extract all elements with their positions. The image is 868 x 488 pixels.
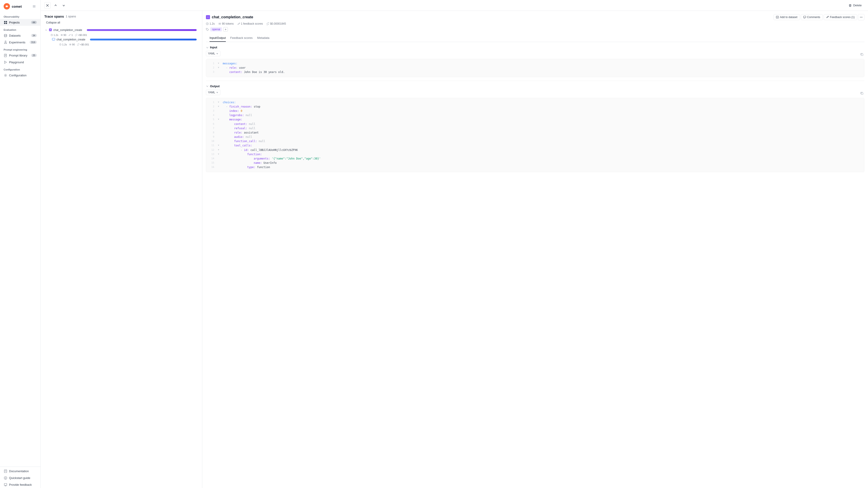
link-meta-icon [267, 22, 269, 25]
delete-button[interactable]: Delete [846, 2, 864, 8]
hash-icon [69, 43, 71, 46]
clock-meta-icon [206, 22, 209, 25]
yaml-format-selector-output[interactable]: YAML [206, 90, 220, 95]
openai-tag[interactable]: openai [210, 27, 222, 31]
sidebar-collapse-button[interactable] [31, 4, 37, 9]
out-line-8: 8 role: assistant [209, 131, 862, 135]
svg-rect-30 [804, 16, 806, 18]
out-line-13: 13 v function: [209, 152, 862, 157]
sidebar-item-projects[interactable]: Projects 44 [0, 19, 40, 26]
app-name: comet [12, 4, 22, 8]
svg-point-9 [4, 34, 7, 35]
add-tag-button[interactable]: + [223, 27, 228, 32]
out-line-5: 5 v message: [209, 118, 862, 122]
trace-list: chat_completion_create 1.2s [41, 27, 202, 488]
copy-input-button[interactable] [860, 52, 864, 57]
sidebar-item-playground-label: Playground [9, 61, 24, 64]
sidebar-item-playground[interactable]: Playground [0, 59, 40, 66]
detail-meta-row: 1.2s 90 tokens 1 feedback scores $0.0000… [206, 22, 864, 25]
sidebar-item-experiments-label: Experiments [9, 41, 25, 44]
meta-cost: $0.00001845 [267, 22, 286, 25]
chat-span-icon [52, 38, 56, 41]
add-to-dataset-button[interactable]: Add to dataset [774, 14, 800, 20]
projects-badge: 44 [31, 21, 37, 24]
detail-tabs: Input/Output Feedback scores Metadata [206, 34, 864, 42]
meta-feedback-value: 1 feedback scores [241, 22, 263, 25]
link-icon [77, 43, 79, 46]
sidebar-item-prompt-library[interactable]: Prompt library 25 [0, 52, 40, 59]
parent-trace-bar [87, 29, 197, 31]
trace-panel: Trace spans 1 spans Collapse all [41, 11, 202, 488]
more-options-button[interactable] [858, 14, 864, 20]
doc-icon [4, 469, 7, 473]
detail-title-icon [206, 15, 210, 19]
detail-tag-row: openai + [206, 27, 864, 32]
sidebar-item-experiments[interactable]: Experiments 316 [0, 39, 40, 46]
detail-content: Input YAML 1 v messag [202, 42, 868, 488]
link-icon [75, 34, 77, 36]
sidebar-item-provide-feedback[interactable]: Provide feedback [0, 481, 40, 488]
trace-span-count: 1 spans [66, 15, 76, 18]
navigate-down-button[interactable] [61, 2, 67, 8]
output-section-header: Output [206, 85, 864, 88]
output-code-block: 1 v choices: 2 v - finish_reason: stop 3… [206, 98, 864, 172]
tab-metadata[interactable]: Metadata [257, 34, 270, 42]
tab-input-output[interactable]: Input/Output [210, 34, 226, 42]
sidebar-item-quickstart-guide[interactable]: Quickstart guide [0, 475, 40, 481]
sidebar-item-documentation[interactable]: Documentation [0, 468, 40, 475]
meta-time-value: 1.2s [210, 22, 215, 25]
sidebar-item-documentation-label: Documentation [9, 469, 29, 473]
yaml-block-header-output: YAML [206, 90, 864, 97]
parent-span-meta: 1.2s 90 1 <$0.001 [42, 34, 200, 36]
svg-rect-37 [861, 93, 863, 94]
expand-icon [44, 28, 48, 32]
meta-tokens: 90 tokens [218, 22, 234, 25]
llm-span-icon [49, 28, 53, 32]
trace-span-parent: chat_completion_create 1.2s [42, 27, 200, 46]
output-collapse-icon[interactable] [206, 85, 209, 88]
comments-label: Comments [807, 15, 820, 19]
code-line-3: 3 content: John Doe is 30 years old. [209, 70, 862, 74]
prompt-library-badge: 25 [31, 54, 37, 57]
trace-span-parent-row[interactable]: chat_completion_create [42, 27, 200, 33]
comments-button[interactable]: Comments [801, 14, 823, 20]
dataset-icon [776, 16, 779, 19]
svg-point-32 [861, 17, 862, 18]
output-section-title: Output [210, 85, 220, 88]
child-trace-bar [90, 39, 197, 40]
detail-title-row: chat_completion_create Add to dataset Co… [206, 14, 864, 20]
svg-rect-8 [6, 23, 7, 24]
out-line-3: 3 index: 0 [209, 109, 862, 113]
parent-time: 1.2s [51, 34, 58, 36]
collapse-all-button[interactable]: Collapse all [44, 20, 62, 25]
svg-point-24 [50, 30, 51, 30]
sidebar-item-datasets[interactable]: Datasets 34 [0, 32, 40, 39]
feedback-scores-button[interactable]: Feedback scores (1) [824, 14, 857, 20]
settings-icon [4, 73, 7, 77]
out-line-11: 11 v tool_calls: [209, 143, 862, 148]
navigate-up-button[interactable] [53, 2, 59, 8]
yaml-format-selector-input[interactable]: YAML [206, 51, 220, 56]
trace-span-child-row[interactable]: chat_completion_create [48, 36, 200, 43]
copy-output-button[interactable] [860, 91, 864, 96]
svg-rect-26 [52, 38, 55, 40]
out-line-4: 4 logprobs: null [209, 113, 862, 118]
close-button[interactable] [44, 2, 51, 8]
guide-icon [4, 476, 7, 480]
input-collapse-icon[interactable] [206, 46, 209, 49]
out-line-1: 1 v choices: [209, 100, 862, 105]
sidebar-item-configuration[interactable]: Configuration [0, 72, 40, 78]
out-line-15: 15 name: UserInfo [209, 161, 862, 165]
svg-point-16 [5, 75, 6, 76]
svg-point-33 [862, 17, 862, 18]
sidebar-item-quickstart-guide-label: Quickstart guide [9, 476, 30, 480]
meta-cost-value: $0.00001845 [270, 22, 286, 25]
sidebar-item-configuration-label: Configuration [9, 74, 26, 77]
logo-area: comet [0, 0, 40, 13]
meta-tokens-value: 90 tokens [222, 22, 234, 25]
pencil-icon [68, 34, 71, 36]
meta-feedback: 1 feedback scores [237, 22, 263, 25]
tab-feedback-scores[interactable]: Feedback scores [230, 34, 253, 42]
svg-rect-4 [33, 7, 35, 7]
parent-tokens: 90 [61, 34, 66, 36]
